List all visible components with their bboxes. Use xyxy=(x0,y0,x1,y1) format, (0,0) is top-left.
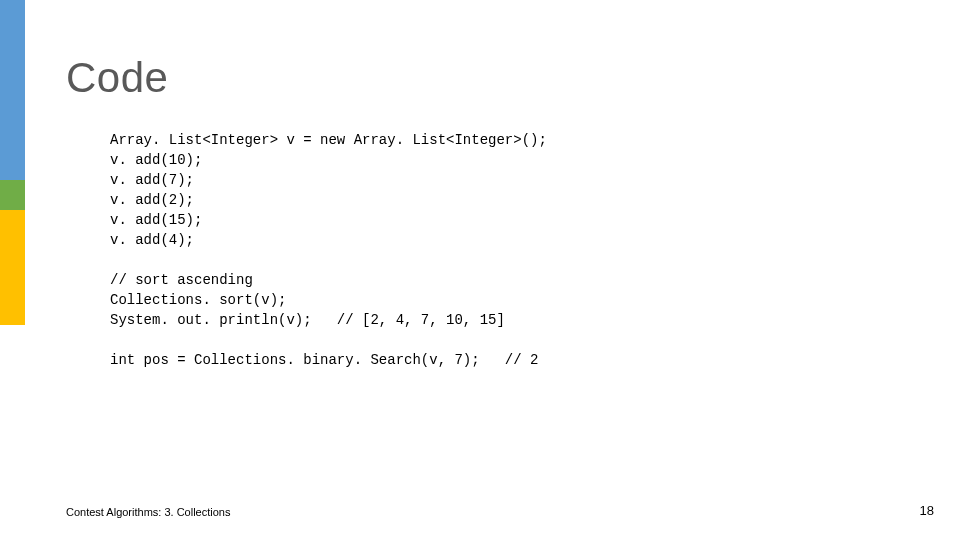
footer-breadcrumb: Contest Algorithms: 3. Collections xyxy=(66,506,230,518)
accent-stripe-green xyxy=(0,180,25,210)
slide-title: Code xyxy=(66,54,168,102)
page-number: 18 xyxy=(920,503,934,518)
accent-stripe-white xyxy=(0,325,25,540)
accent-stripe-blue xyxy=(0,0,25,180)
accent-stripe-yellow xyxy=(0,210,25,325)
code-block: Array. List<Integer> v = new Array. List… xyxy=(110,130,547,370)
